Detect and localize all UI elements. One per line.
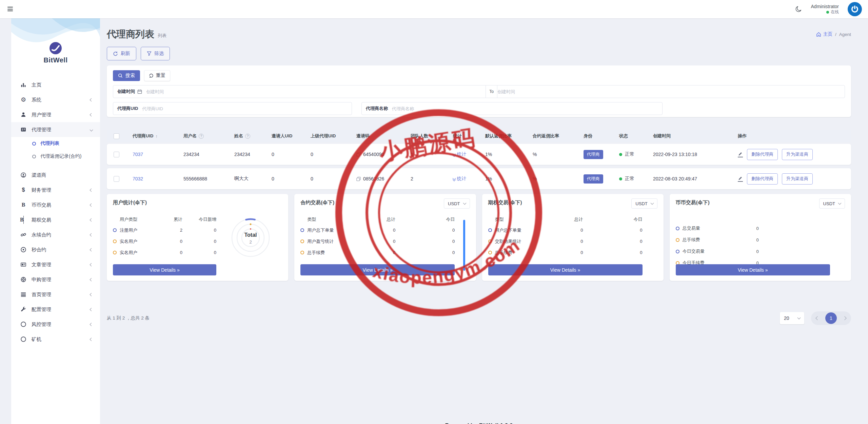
cell-username: 555666888 xyxy=(177,176,228,181)
column-header-uid[interactable]: 代理商UID↑ xyxy=(126,133,177,139)
avatar[interactable] xyxy=(848,2,862,16)
agent-uid-link[interactable]: 7032 xyxy=(126,176,177,181)
calendar-icon xyxy=(137,89,142,94)
stat-row: 注册用户 2 0 xyxy=(113,225,216,236)
cell-team-count: 1 xyxy=(404,152,446,157)
stats-link[interactable]: 统计 xyxy=(453,151,478,157)
chevron-left-icon xyxy=(90,263,93,266)
svg-text:Total: Total xyxy=(244,232,257,238)
edit-button[interactable] xyxy=(738,151,743,157)
mini-bar-chart xyxy=(454,220,468,271)
sidebar-item-homepage[interactable]: 首页管理 xyxy=(11,287,100,302)
column-header-default-rebate: 默认返佣比率 xyxy=(478,133,526,139)
sidebar-item-articles[interactable]: 文章管理 xyxy=(11,257,100,272)
created-from-input[interactable] xyxy=(146,85,486,98)
currency-select[interactable]: USDT xyxy=(631,198,657,209)
agent-uid-link[interactable]: 7037 xyxy=(126,152,177,157)
promote-channel-button[interactable]: 升为渠道商 xyxy=(782,173,813,185)
agent-uid-input[interactable] xyxy=(142,102,352,115)
toolbar: 刷新 筛选 xyxy=(107,47,170,60)
column-header-stats: 统计 xyxy=(446,133,478,139)
chevron-left-icon xyxy=(90,308,93,311)
sidebar-item-agents[interactable]: 代理管理 xyxy=(11,122,100,137)
link-icon xyxy=(20,232,27,237)
hamburger-menu-icon[interactable] xyxy=(7,7,13,13)
stat-row: 今日交易量0 xyxy=(676,246,759,257)
sidebar-item-options[interactable]: B 期权交易 xyxy=(11,212,100,227)
created-to-input[interactable] xyxy=(497,85,845,98)
view-details-button[interactable]: View Details » xyxy=(113,264,216,275)
bullet-icon xyxy=(300,239,304,243)
current-page-button[interactable]: 1 xyxy=(825,312,837,324)
sidebar-item-home[interactable]: 主页 xyxy=(11,77,100,92)
sidebar-menu: 主页 ⚙ 系统 用户管理 代理管理 代理列表 xyxy=(11,73,100,347)
reset-button[interactable]: 重置 xyxy=(144,70,170,81)
promote-channel-button[interactable]: 升为渠道商 xyxy=(782,149,813,160)
sidebar-item-risk[interactable]: 风控管理 xyxy=(11,317,100,332)
sidebar-item-users[interactable]: 用户管理 xyxy=(11,107,100,122)
sidebar-item-spot[interactable]: B 币币交易 xyxy=(11,197,100,212)
pencil-icon xyxy=(738,176,743,180)
view-details-button[interactable]: View Details » xyxy=(300,264,455,275)
sidebar-item-channel[interactable]: 渠道商 xyxy=(11,168,100,182)
chevron-left-icon xyxy=(90,188,93,192)
bullet-icon xyxy=(300,228,304,232)
agent-uid-field: 代理商UID xyxy=(113,102,352,115)
breadcrumb-home-link[interactable]: 主页 xyxy=(816,31,832,37)
sidebar-item-finance[interactable]: $ 财务管理 xyxy=(11,182,100,197)
letter-b-icon: B xyxy=(20,202,27,208)
refresh-button[interactable]: 刷新 xyxy=(107,47,136,60)
chevron-down-icon xyxy=(90,128,93,131)
sidebar-item-agent-rebate-log[interactable]: 代理返佣记录(合约) xyxy=(11,150,100,163)
column-header-status: 状态 xyxy=(612,133,646,139)
sidebar-item-agent-list[interactable]: 代理列表 xyxy=(11,137,100,150)
view-details-button[interactable]: View Details » xyxy=(488,264,643,275)
currency-select[interactable]: USDT xyxy=(444,198,470,209)
sidebar-item-perpetual[interactable]: 永续合约 xyxy=(11,227,100,242)
id-card-icon xyxy=(20,127,27,132)
search-button[interactable]: 搜索 xyxy=(113,70,140,81)
chevron-left-icon xyxy=(90,338,93,341)
select-all-checkbox[interactable] xyxy=(114,133,119,139)
bar-chart-icon xyxy=(20,82,27,88)
cell-contract-rebate: % xyxy=(526,176,577,181)
delete-agent-button[interactable]: 删除代理商 xyxy=(747,149,778,160)
currency-select[interactable]: USDT xyxy=(819,198,845,209)
next-page-button[interactable] xyxy=(843,316,846,320)
filter-icon xyxy=(147,51,152,56)
filter-button[interactable]: 筛选 xyxy=(141,47,170,60)
agent-name-input[interactable] xyxy=(392,102,662,115)
cell-actions: 删除代理商 升为渠道商 xyxy=(731,173,851,185)
chevrons-down-icon xyxy=(453,153,455,156)
stat-row: 交割结果统计 0 0 xyxy=(488,236,643,247)
user-name: Administrator xyxy=(811,4,839,10)
chevron-left-icon xyxy=(90,323,93,326)
wrench-icon xyxy=(20,307,27,312)
sidebar-item-system[interactable]: ⚙ 系统 xyxy=(11,92,100,107)
page-size-select[interactable]: 20 xyxy=(780,312,804,324)
prev-page-button[interactable] xyxy=(815,316,819,320)
row-checkbox[interactable] xyxy=(114,176,119,182)
sort-asc-icon: ↑ xyxy=(155,134,158,139)
search-panel: 搜索 重置 创建时间 To 代理商UID 代理商名称 xyxy=(107,65,851,117)
list-lines-icon xyxy=(20,292,27,297)
stats-link[interactable]: 统计 xyxy=(453,176,478,182)
edit-button[interactable] xyxy=(738,176,743,182)
column-header-team-count: 团队人数 xyxy=(404,133,446,139)
cell-name: 234234 xyxy=(228,152,265,157)
view-details-button[interactable]: View Details » xyxy=(676,264,830,275)
copy-icon[interactable] xyxy=(356,177,361,181)
dark-mode-moon-icon[interactable] xyxy=(795,5,802,13)
delete-agent-button[interactable]: 删除代理商 xyxy=(747,173,778,185)
sidebar-item-config[interactable]: 配置管理 xyxy=(11,302,100,317)
row-checkbox[interactable] xyxy=(114,152,119,157)
cell-actions: 删除代理商 升为渠道商 xyxy=(731,149,851,160)
gear-icon: ⚙ xyxy=(20,96,27,103)
stat-row: 用户总下单量 0 0 xyxy=(488,225,643,236)
sidebar-item-miner[interactable]: 矿机 xyxy=(11,332,100,347)
power-logo-icon xyxy=(850,4,860,14)
stat-row: 总交易量0 xyxy=(676,223,759,234)
copy-icon[interactable] xyxy=(356,152,361,157)
sidebar-item-subscription[interactable]: 申购管理 xyxy=(11,272,100,287)
sidebar-item-seconds-contract[interactable]: 秒合约 xyxy=(11,242,100,257)
